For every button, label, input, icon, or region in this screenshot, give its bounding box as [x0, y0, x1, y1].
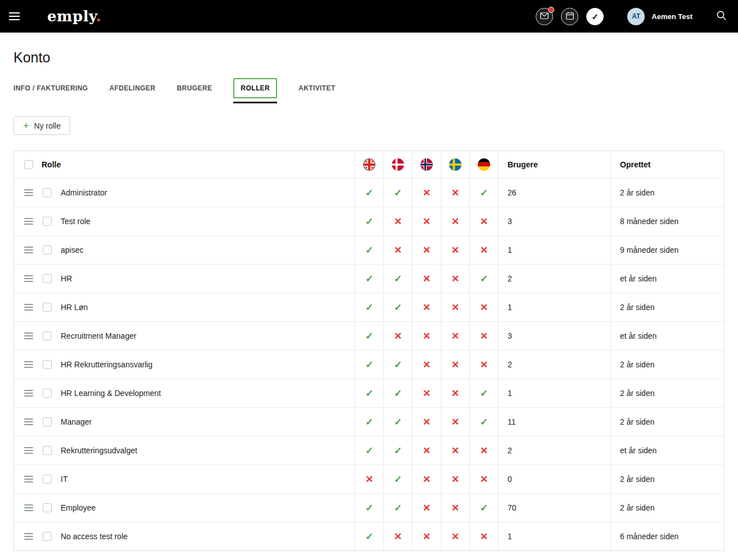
cross-icon: ✕ [423, 360, 431, 370]
table-header: Rolle Brugere [14, 151, 724, 178]
row-checkbox[interactable] [43, 389, 52, 398]
language-denmark-cell: ✓ [383, 465, 412, 493]
drag-handle-icon[interactable] [24, 361, 33, 368]
role-name[interactable]: Manager [61, 417, 92, 426]
drag-handle-icon[interactable] [24, 476, 33, 482]
created-value: 2 år siden [620, 188, 654, 197]
drag-handle-icon[interactable] [24, 304, 33, 311]
role-name[interactable]: HR [61, 274, 72, 283]
check-icon: ✓ [480, 417, 488, 427]
row-checkbox[interactable] [43, 303, 52, 312]
mail-button[interactable] [536, 8, 553, 25]
row-checkbox[interactable] [43, 532, 52, 541]
cross-icon: ✕ [451, 532, 459, 541]
row-checkbox[interactable] [43, 417, 52, 426]
drag-handle-icon[interactable] [24, 418, 33, 425]
language-norway-cell: ✕ [412, 408, 441, 436]
cross-icon: ✕ [423, 475, 431, 484]
created-value: 2 år siden [620, 303, 654, 312]
logo[interactable]: emply. [47, 8, 101, 25]
role-name[interactable]: HR Rekrutteringsansvarlig [61, 360, 152, 369]
new-role-button[interactable]: + Ny rolle [13, 116, 70, 135]
tab-afdelinger[interactable]: AFDELINGER [110, 79, 156, 97]
role-cell: IT [14, 465, 355, 493]
drag-handle-icon[interactable] [24, 247, 33, 253]
cross-icon: ✕ [451, 475, 459, 484]
cross-icon: ✕ [451, 331, 459, 341]
drag-handle-icon[interactable] [24, 189, 33, 196]
tab-brugere[interactable]: BRUGERE [177, 79, 212, 97]
drag-handle-icon[interactable] [24, 447, 33, 454]
cross-icon: ✕ [423, 503, 431, 513]
check-icon: ✓ [480, 188, 488, 198]
role-name[interactable]: No access test role [61, 532, 128, 541]
role-name[interactable]: Test role [61, 217, 90, 226]
cross-icon: ✕ [423, 532, 431, 541]
created-value: 2 år siden [620, 389, 654, 398]
user-menu[interactable]: AT Aemen Test [627, 8, 692, 25]
language-denmark-cell: ✕ [383, 522, 412, 550]
role-name[interactable]: HR Learning & Development [61, 389, 161, 398]
role-name[interactable]: HR Løn [61, 303, 88, 312]
users-cell: 3 [498, 322, 610, 350]
role-name[interactable]: apisec [61, 245, 83, 254]
language-denmark-cell: ✓ [383, 293, 412, 321]
user-name: Aemen Test [651, 12, 692, 21]
cross-icon: ✕ [451, 389, 459, 398]
role-name[interactable]: Employee [61, 503, 96, 512]
users-count: 3 [508, 331, 512, 340]
tab-roller[interactable]: ROLLER [233, 78, 277, 98]
row-checkbox[interactable] [43, 360, 52, 369]
language-denmark-cell: ✓ [383, 379, 412, 407]
row-checkbox[interactable] [43, 331, 52, 340]
language-norway-cell: ✕ [412, 494, 441, 522]
users-cell: 1 [498, 293, 610, 321]
language-norway-cell: ✕ [412, 465, 441, 493]
created-cell: 9 måneder siden [610, 236, 724, 264]
drag-handle-icon[interactable] [24, 504, 33, 511]
row-checkbox[interactable] [43, 446, 52, 455]
topbar: emply. ✓ AT Aemen Test [0, 0, 738, 33]
drag-handle-icon[interactable] [24, 275, 33, 282]
language-germany-cell: ✓ [469, 408, 498, 436]
drag-handle-icon[interactable] [24, 218, 33, 225]
search-button[interactable] [716, 10, 727, 22]
language-germany-cell: ✕ [469, 293, 498, 321]
drag-handle-icon[interactable] [24, 333, 33, 339]
check-icon: ✓ [394, 303, 402, 312]
row-checkbox[interactable] [43, 274, 52, 283]
select-all-checkbox[interactable] [24, 160, 33, 169]
row-checkbox[interactable] [43, 245, 52, 254]
role-name[interactable]: Rekrutteringsudvalget [61, 446, 137, 455]
role-name[interactable]: Recruitment Manager [61, 331, 137, 340]
check-icon: ✓ [365, 360, 373, 370]
drag-handle-icon[interactable] [24, 390, 33, 397]
users-cell: 1 [498, 236, 610, 264]
role-cell: No access test role [14, 522, 355, 550]
created-cell: 2 år siden [610, 293, 724, 321]
tasks-button[interactable]: ✓ [586, 8, 604, 25]
calendar-button[interactable] [561, 8, 578, 25]
users-cell: 3 [498, 207, 610, 235]
tab-aktivitet[interactable]: AKTIVITET [298, 79, 336, 97]
role-name[interactable]: IT [61, 475, 67, 484]
language-denmark-cell: ✓ [383, 408, 412, 436]
row-checkbox[interactable] [43, 503, 52, 512]
language-norway-cell: ✕ [412, 322, 441, 350]
cross-icon: ✕ [480, 331, 488, 341]
created-cell: 2 år siden [610, 350, 724, 379]
row-checkbox[interactable] [43, 217, 52, 226]
drag-handle-icon[interactable] [24, 533, 33, 540]
row-checkbox[interactable] [43, 188, 52, 197]
language-sweden-cell: ✕ [441, 293, 469, 321]
check-icon: ✓ [365, 188, 373, 198]
cross-icon: ✕ [480, 245, 488, 255]
role-name[interactable]: Administrator [61, 188, 107, 197]
menu-icon[interactable] [9, 8, 25, 24]
tab-info-fakturering[interactable]: INFO / FAKTURERING [13, 79, 88, 97]
language-germany-cell: ✓ [469, 494, 498, 522]
row-checkbox[interactable] [43, 475, 52, 484]
language-sweden-cell: ✕ [441, 265, 469, 293]
language-uk-cell: ✓ [355, 322, 383, 350]
role-cell: Rekrutteringsudvalget [14, 436, 355, 465]
